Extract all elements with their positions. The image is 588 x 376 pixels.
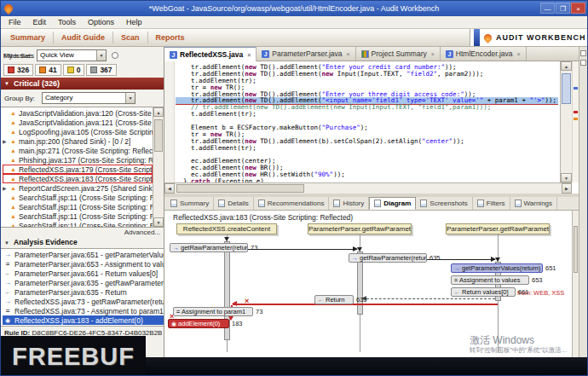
issue-tree-scrollbar[interactable]: ▲ ▼ (153, 107, 164, 228)
tab-details[interactable]: Details (214, 197, 253, 210)
annotation-mark[interactable] (574, 87, 578, 90)
scroll-up-icon[interactable]: ▲ (561, 61, 572, 71)
tab-summary[interactable]: Summary (166, 197, 214, 210)
minimize-button[interactable]: — (540, 3, 555, 14)
chevron-down-icon[interactable]: ▼ (96, 50, 106, 61)
close-tab-icon[interactable]: × (431, 51, 435, 57)
evidence-row[interactable]: ←ParameterParser.java:635 - Return (3, 287, 164, 297)
node-label: getRawParameter(return) (360, 254, 427, 262)
issue-row[interactable]: ▲JavaScriptValidation.java:121 (Cross-Si… (3, 118, 153, 127)
activation-line2: 转到“控制面板”中的“系统”以激活... (470, 346, 579, 355)
diagram-node-assignment-to-param1[interactable]: =Assignment to param173 (173, 307, 262, 316)
editor-tab-reflectedxss-java[interactable]: JReflectedXSS.java× (164, 47, 257, 61)
evidence-row[interactable]: →ParameterParser.java:635 - getRawParame… (3, 278, 164, 287)
evidence-row[interactable]: →ParameterParser.java:651 - getParameter… (3, 250, 164, 259)
severity-group-header[interactable]: ▼ Critical (326) (1, 78, 164, 90)
node-box: →getRawParameter(return) (349, 253, 427, 263)
issue-row[interactable]: ▲main.jsp:271 (Cross-Site Scripting: Ref… (3, 146, 153, 155)
analysis-evidence-header[interactable]: ▼ Analysis Evidence (4, 238, 78, 246)
evidence-row[interactable]: =ParameterParser.java:653 - Assignment t… (3, 259, 164, 269)
tab-diagram[interactable]: Diagram (369, 197, 416, 210)
editor-tab-parameterparser-java[interactable]: JParameterParser.java× (257, 47, 355, 61)
code-area[interactable]: tr.addElement(new TD().addElement("Enter… (176, 61, 558, 182)
issue-row[interactable]: ▲SearchStaff.jsp:11 (Cross-Site Scriptin… (3, 193, 153, 202)
diagram-node-getparametervalues-return[interactable]: →getParameterValues(return)651 (451, 263, 556, 273)
tab-history[interactable]: History (329, 197, 369, 210)
tab-label: Recommendations (268, 200, 325, 207)
close-tab-icon[interactable]: × (516, 51, 520, 57)
editor-vertical-scrollbar[interactable]: ▲ ▼ (560, 61, 572, 182)
doc-icon (170, 200, 177, 207)
scroll-down-icon[interactable]: ▼ (153, 217, 164, 227)
tab-warnings[interactable]: Warnings (510, 197, 558, 210)
menu-item-options[interactable]: Options (82, 16, 120, 29)
tab-screenshots[interactable]: Screenshots (416, 197, 472, 210)
scroll-down-icon[interactable]: ▼ (561, 173, 572, 182)
restore-view-icon[interactable] (580, 60, 586, 66)
tab-filters[interactable]: Filters (473, 197, 510, 210)
source-editor: JReflectedXSS.java×JParameterParser.java… (164, 47, 579, 194)
scrollbar-thumb[interactable] (176, 184, 304, 193)
issue-row[interactable]: ▶▲ReportCardScreen.java:275 (Shared Sink… (3, 183, 153, 193)
scrollbar-thumb[interactable] (574, 226, 578, 273)
evidence-row[interactable]: ◉ReflectedXSS.java:183 - addElement(0) (3, 315, 164, 325)
toolbar-button-scan[interactable]: Scan (113, 29, 147, 46)
restore-view-icon[interactable] (580, 50, 586, 56)
issue-row[interactable]: ▶▲main.jsp:200 (Shared Sink) - [0 / 2] (3, 136, 153, 146)
evidence-row[interactable]: ←ParameterParser.java:661 - Return value… (3, 269, 164, 278)
issue-row[interactable]: ▲SearchStaff.jsp:11 (Cross-Site Scriptin… (3, 211, 153, 221)
expand-icon[interactable]: ▶ (3, 138, 8, 144)
tab-recommendations[interactable]: Recommendations (254, 197, 330, 210)
scrollbar-thumb[interactable] (562, 73, 571, 104)
severity-filter-2[interactable]: 0 (63, 64, 85, 76)
toolbar-button-summary[interactable]: Summary (3, 29, 53, 46)
diagram-node-getrawparameter-return[interactable]: →getRawParameter(return)73 (170, 243, 257, 252)
issue-row[interactable]: ▲ReflectedXSS.java:179 (Cross-Site Scrip… (3, 165, 153, 174)
diagram-node-return-values-0[interactable]: ←Return values[0]661 (451, 287, 529, 297)
issue-row[interactable]: ▲Phishing.java:137 (Cross-Site Scripting… (3, 155, 153, 165)
annotation-mark[interactable] (574, 111, 578, 113)
toolbar-button-audit-guide[interactable]: Audit Guide (54, 29, 112, 46)
menu-item-file[interactable]: File (3, 16, 27, 29)
editor-horizontal-scrollbar[interactable]: ◀ ▶ (164, 182, 572, 194)
annotation-mark[interactable] (574, 118, 578, 120)
diagram-node-return[interactable]: ←Return635 (314, 295, 367, 304)
close-tab-icon[interactable]: × (346, 51, 349, 57)
evidence-row[interactable]: =ReflectedXSS.java:73 - Assignment to pa… (3, 306, 164, 315)
menu-item-help[interactable]: Help (120, 16, 148, 29)
toolbar-button-reports[interactable]: Reports (148, 29, 193, 46)
expand-icon[interactable]: ▶ (3, 185, 8, 191)
advanced-link[interactable]: Advanced... (124, 228, 160, 236)
issue-row[interactable]: ▲ReflectedXSS.java:183 (Cross-Site Scrip… (3, 174, 153, 183)
group-by-select[interactable]: Category ▼ (42, 92, 135, 104)
issue-row[interactable]: ▲LogSpoofing.java:105 (Cross-Site Script… (3, 127, 153, 136)
chevron-down-icon[interactable]: ▼ (125, 93, 135, 103)
menu-item-edit[interactable]: Edit (27, 16, 53, 29)
diagram-node-addelement-0[interactable]: ◉addElement(0)183 (168, 319, 243, 328)
editor-tab-project-summary[interactable]: Project Summary× (356, 47, 441, 61)
code-line[interactable]: t.addElement(tr); (176, 111, 558, 118)
filter-set-select[interactable]: Quick View ▼ (37, 49, 107, 61)
code-line[interactable]: t.addElement(tr); (176, 145, 558, 152)
issue-row[interactable]: ▲SearchStaff.jsp:11 (Cross-Site Scriptin… (3, 221, 153, 228)
menu-item-tools[interactable]: Tools (52, 16, 82, 29)
my-issues-radio[interactable] (112, 52, 118, 59)
diagram-node-getrawparameter-return[interactable]: →getRawParameter(return)635 (349, 253, 441, 263)
overview-ruler[interactable] (572, 61, 579, 182)
maximize-button[interactable]: ❐ (556, 3, 570, 14)
scrollbar-thumb[interactable] (154, 119, 163, 152)
diagram-node-assignment-to-values[interactable]: =Assignment to values653 (451, 275, 543, 285)
evidence-row[interactable]: →ReflectedXSS.java:73 - getRawParameter(… (3, 297, 164, 306)
close-tab-icon[interactable]: × (247, 52, 251, 58)
scroll-up-icon[interactable]: ▲ (153, 107, 164, 117)
assign-icon: = (176, 309, 180, 315)
severity-filter-0[interactable]: 326 (3, 64, 33, 76)
issue-row[interactable]: ▲JavaScriptValidation.java:120 (Cross-Si… (3, 108, 153, 118)
severity-filter-1[interactable]: 41 (35, 64, 61, 76)
scroll-right-icon[interactable]: ▶ (562, 183, 572, 194)
scroll-left-icon[interactable]: ◀ (164, 183, 175, 194)
editor-tab-htmlencoder-java[interactable]: JHtmlEncoder.java× (441, 47, 527, 61)
severity-filter-3[interactable]: 367 (86, 64, 116, 76)
close-button[interactable]: × (571, 3, 585, 14)
issue-row[interactable]: ▲SearchStaff.jsp:11 (Cross-Site Scriptin… (3, 202, 153, 211)
